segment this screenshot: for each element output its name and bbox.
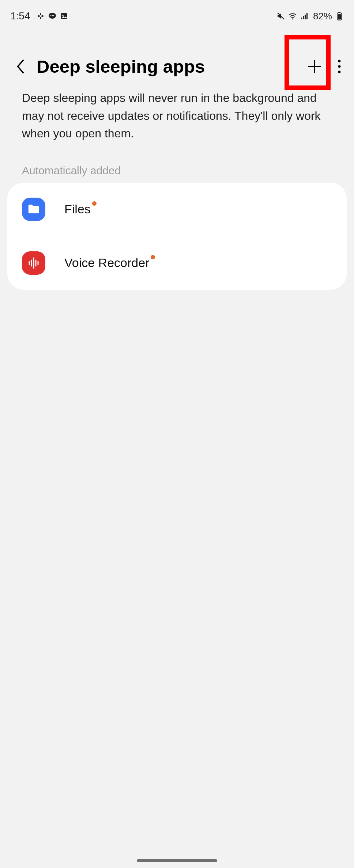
waveform-icon [26,256,41,270]
battery-percentage: 82% [313,11,332,22]
page-description: Deep sleeping apps will never run in the… [0,85,354,157]
svg-rect-12 [301,18,302,19]
svg-rect-2 [40,13,41,15]
section-header: Automatically added [0,157,354,183]
svg-point-22 [338,65,341,68]
app-label: Voice Recorder [64,256,149,270]
chevron-left-icon [15,58,26,75]
svg-point-11 [292,19,293,20]
status-time: 1:54 [10,10,30,22]
battery-icon [335,12,344,20]
app-label: Files [64,202,91,216]
svg-rect-1 [41,15,44,17]
svg-rect-14 [305,15,306,19]
slack-icon [36,12,45,20]
files-app-icon [22,198,45,221]
status-bar: 1:54 [0,0,354,26]
svg-rect-0 [38,15,40,17]
voice-recorder-app-icon [22,251,45,275]
app-list: Files Voice Recorder [7,183,347,290]
page-title: Deep sleeping apps [37,56,301,77]
page-header: Deep sleeping apps [0,26,354,85]
svg-rect-15 [306,13,308,19]
notification-dot-icon [151,255,155,259]
more-vertical-icon [338,60,341,73]
svg-rect-18 [338,14,341,20]
status-notification-icons [36,12,68,20]
svg-rect-13 [303,16,304,19]
mute-icon [276,12,285,20]
svg-point-23 [338,71,341,73]
svg-point-5 [50,15,51,16]
app-label-wrap: Files [64,202,91,216]
image-icon [60,12,68,20]
svg-point-21 [338,60,341,62]
more-button[interactable] [332,56,347,77]
app-row-voice-recorder[interactable]: Voice Recorder [7,236,347,290]
chat-icon [48,12,57,20]
app-label-wrap: Voice Recorder [64,256,149,270]
notification-dot-icon [92,201,97,206]
app-row-files[interactable]: Files [7,183,347,236]
back-button[interactable] [12,58,29,75]
plus-icon [306,58,323,75]
svg-point-6 [52,15,53,16]
wifi-icon [288,12,297,20]
signal-icon [300,12,309,20]
status-left: 1:54 [10,10,68,22]
svg-rect-3 [40,17,41,19]
svg-point-7 [53,15,54,16]
navigation-indicator[interactable] [137,859,217,862]
folder-icon [27,202,41,216]
svg-point-9 [62,15,64,16]
add-button[interactable] [301,53,328,80]
status-right: 82% [276,11,344,22]
